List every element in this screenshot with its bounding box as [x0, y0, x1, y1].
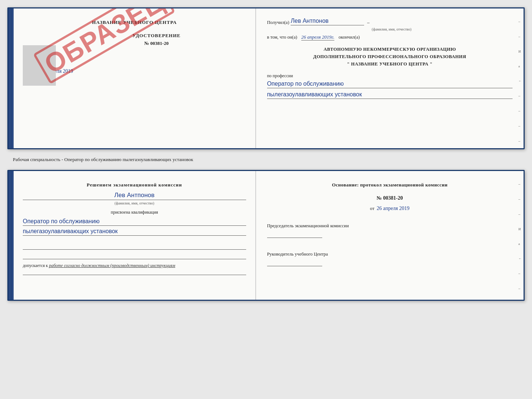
in-that-label: в том, что он(а) [267, 35, 297, 40]
osnov-title: Основание: протокол экзаменационной коми… [267, 182, 513, 188]
blank-line-1 [23, 243, 246, 250]
middle-text: Рабочая специальность - Оператор по обсл… [7, 154, 525, 165]
photo-placeholder [23, 45, 56, 86]
chairman-label: Председатель экзаменационной комиссии [267, 223, 349, 228]
top-left-page: НАЗВАНИЕ УЧЕБНОГО ЦЕНТРА УДОСТОВЕРЕНИЕ №… [14, 8, 256, 148]
org-block: АВТОНОМНУЮ НЕКОММЕРЧЕСКУЮ ОРГАНИЗАЦИЮ ДО… [267, 46, 513, 68]
rukovoditel-label: Руководитель учебного Центра [267, 252, 328, 257]
decision-fio-sublabel: (фамилия, имя, отчество) [23, 201, 246, 205]
udost-number: № 00381-20 [67, 40, 246, 46]
допускается-label: допускается к [23, 263, 48, 268]
bottom-right-page: Основание: протокол экзаменационной коми… [256, 171, 524, 300]
date-line: в том, что он(а) 26 апреля 2019г. окончи… [267, 34, 513, 40]
protocol-date-value: 26 апреля 2019 [377, 206, 409, 211]
page-container: НАЗВАНИЕ УЧЕБНОГО ЦЕНТРА УДОСТОВЕРЕНИЕ №… [7, 7, 525, 301]
decision-title: Решением экзаменационной комиссии [23, 182, 246, 188]
side-marks-top: – – И а ← – – – – [518, 19, 524, 143]
date-prefix: от [370, 206, 374, 211]
completion-date: 26 апреля 2019г. [301, 34, 334, 40]
assigned-label: присвоена квалификация [23, 210, 246, 215]
received-line: Получил(а) Лев Антпонов – [267, 18, 513, 25]
rukovoditel-block: Руководитель учебного Центра [267, 251, 513, 266]
profession-line2: пылегазоулавливающих установок [267, 91, 513, 99]
profession-label: по профессии [267, 73, 513, 79]
blank-line-3 [23, 268, 246, 275]
chairman-block: Председатель экзаменационной комиссии [267, 222, 513, 238]
fio-sublabel-top: (фамилия, имя, отчество) [271, 27, 513, 31]
decision-person-name: Лев Антпонов [23, 192, 246, 200]
blank-line-2 [23, 253, 246, 259]
dash1: – [367, 19, 370, 25]
profession-line1: Оператор по обслуживанию [267, 81, 513, 88]
top-certificate-book: НАЗВАНИЕ УЧЕБНОГО ЦЕНТРА УДОСТОВЕРЕНИЕ №… [7, 7, 525, 149]
qual-line1: Оператор по обслуживанию [23, 218, 246, 226]
bottom-certificate-book: Решением экзаменационной комиссии Лев Ан… [7, 170, 525, 301]
mp-label: М.П. [23, 80, 246, 85]
side-marks-bottom: – – – И а ← – – – – [518, 182, 524, 301]
issued-line: Выдано 26 апреля 2019 [23, 68, 246, 74]
protocol-number: № 00381-20 [267, 195, 513, 201]
book-spine-bottom [8, 171, 14, 300]
rukovoditel-signature-line [267, 260, 322, 266]
udost-label: УДОСТОВЕРЕНИЕ [67, 33, 246, 39]
bottom-left-page: Решением экзаменационной комиссии Лев Ан… [14, 171, 256, 300]
допускается-text-value: работе согласно должностным (производств… [49, 263, 175, 268]
finished-label: окончил(а) [338, 35, 360, 40]
org-line2: ДОПОЛНИТЕЛЬНОГО ПРОФЕССИОНАЛЬНОГО ОБРАЗО… [313, 54, 467, 59]
org-line1: АВТОНОМНУЮ НЕКОММЕРЧЕСКУЮ ОРГАНИЗАЦИЮ [324, 47, 456, 52]
protocol-date: от 26 апреля 2019 [267, 206, 513, 211]
qual-line2: пылегазоулавливающих установок [23, 228, 246, 236]
recipient-name: Лев Антпонов [291, 18, 364, 25]
chairman-signature-line [267, 231, 322, 238]
org-name: " НАЗВАНИЕ УЧЕБНОГО ЦЕНТРА " [267, 60, 513, 68]
top-right-page: Получил(а) Лев Антпонов – (фамилия, имя,… [256, 8, 524, 148]
top-left-header: НАЗВАНИЕ УЧЕБНОГО ЦЕНТРА [23, 19, 246, 25]
book-spine-top [8, 8, 14, 148]
допускается-block: допускается к работе согласно должностны… [23, 263, 246, 268]
received-label: Получил(а) [267, 20, 290, 25]
